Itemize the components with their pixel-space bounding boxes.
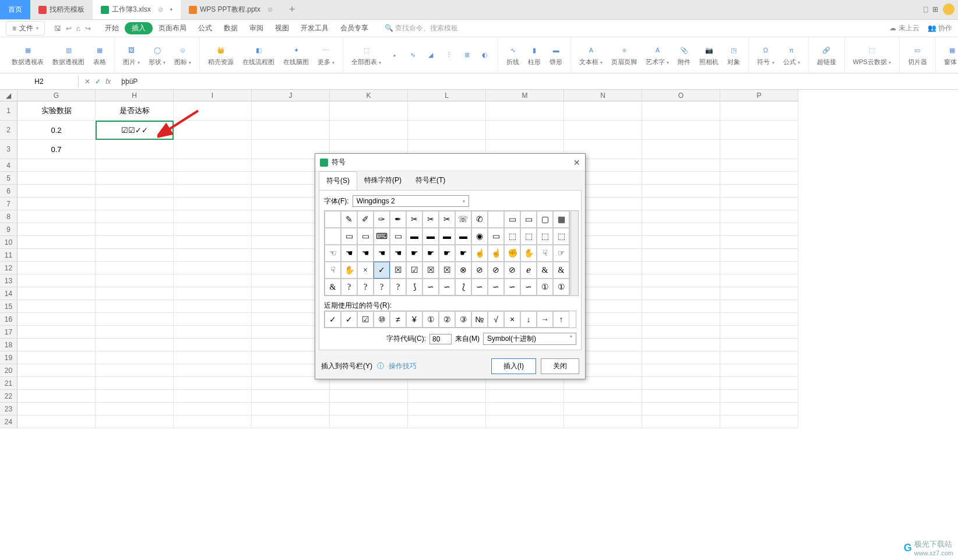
symbol-cell[interactable]: ☚	[374, 245, 390, 262]
cell-H11[interactable]	[96, 249, 174, 262]
symbol-cell[interactable]: ☛	[406, 245, 422, 262]
recent-symbol[interactable]: ↑	[553, 311, 569, 327]
slicer-button[interactable]: ▭切片器	[904, 44, 931, 66]
menu-formula[interactable]: 公式	[192, 23, 218, 33]
cell-G1[interactable]: 实验数据	[17, 101, 96, 121]
cell-M2[interactable]	[486, 121, 564, 140]
mindmap-button[interactable]: ✦在线脑图	[280, 44, 312, 66]
symbol-cell[interactable]	[325, 211, 341, 228]
cell-K24[interactable]	[330, 415, 408, 428]
cell-K1[interactable]	[330, 101, 408, 121]
row-header[interactable]: 1	[0, 101, 17, 121]
symbol-cell[interactable]: ☛	[422, 245, 439, 262]
cell-G22[interactable]	[17, 390, 96, 403]
symbol-cell[interactable]: ?	[390, 279, 406, 295]
cell-O20[interactable]	[642, 364, 720, 377]
cell-P21[interactable]	[720, 377, 798, 390]
col-G[interactable]: G	[17, 90, 96, 101]
symbol-cell[interactable]: ⊘	[504, 262, 520, 279]
symbol-cell[interactable]: ☝	[488, 245, 504, 262]
cell-G4[interactable]	[17, 159, 96, 172]
cell-H7[interactable]	[96, 198, 174, 210]
symbol-cell[interactable]: ✐	[357, 211, 374, 228]
symbol-cell[interactable]: ☒	[439, 262, 455, 279]
cell-I16[interactable]	[174, 313, 252, 326]
cell-O8[interactable]	[642, 210, 720, 223]
tab-bar[interactable]: 符号栏(T)	[408, 171, 452, 190]
row-header[interactable]: 16	[0, 313, 17, 326]
row-header[interactable]: 3	[0, 140, 17, 159]
cell-P13[interactable]	[720, 274, 798, 287]
cell-H16[interactable]	[96, 313, 174, 326]
symbol-cell[interactable]: ∽	[504, 279, 520, 295]
cell-H5[interactable]	[96, 172, 174, 185]
cell-G7[interactable]	[17, 198, 96, 210]
cell-O3[interactable]	[642, 140, 720, 159]
symbol-cell[interactable]: ⟅	[455, 279, 471, 295]
cell-O21[interactable]	[642, 377, 720, 390]
cell-G11[interactable]	[17, 249, 96, 262]
symbol-cell[interactable]: ×	[357, 262, 374, 279]
select-all[interactable]: ◢	[0, 90, 17, 101]
cell-N22[interactable]	[564, 390, 642, 403]
cell-H3[interactable]	[96, 140, 174, 159]
chart-line1[interactable]: ∿	[404, 51, 421, 60]
fx-icon[interactable]: fx	[105, 78, 111, 86]
symbol-cell[interactable]: ⌨	[374, 228, 390, 245]
cell-G13[interactable]	[17, 274, 96, 287]
form-button[interactable]: ▦窗体 ▾	[941, 44, 958, 66]
tab-symbols[interactable]: 符号(S)	[319, 171, 357, 190]
cell-P18[interactable]	[720, 339, 798, 351]
cell-H4[interactable]	[96, 159, 174, 172]
row-header[interactable]: 2	[0, 121, 17, 140]
menu-dev[interactable]: 开发工具	[295, 23, 334, 33]
symbol-cell[interactable]: ▭	[357, 228, 374, 245]
cell-P2[interactable]	[720, 121, 798, 140]
recent-symbol[interactable]: ↓	[520, 311, 537, 327]
cell-H13[interactable]	[96, 274, 174, 287]
cell-H23[interactable]	[96, 403, 174, 415]
symbol-cell[interactable]: ▬	[455, 228, 471, 245]
symbol-cell[interactable]: ⬚	[553, 228, 569, 245]
cell-P15[interactable]	[720, 300, 798, 313]
symbol-cell[interactable]: ▦	[553, 211, 569, 228]
symbol-cell[interactable]: ☛	[439, 245, 455, 262]
camera-button[interactable]: 📷照相机	[696, 44, 722, 66]
cell-I12[interactable]	[174, 262, 252, 274]
col-N[interactable]: N	[564, 90, 642, 101]
template-tab[interactable]: 找稻壳模板	[30, 0, 93, 19]
recent-symbol[interactable]: ⑩	[374, 311, 390, 327]
cell-O12[interactable]	[642, 262, 720, 274]
cell-I4[interactable]	[174, 159, 252, 172]
name-box[interactable]: H2	[0, 76, 79, 87]
cell-O18[interactable]	[642, 339, 720, 351]
cell-G20[interactable]	[17, 364, 96, 377]
view-grid-icon[interactable]: ⎕	[924, 5, 928, 13]
close-icon[interactable]: ✕	[573, 158, 580, 167]
recent-symbol[interactable]: ☑	[357, 311, 374, 327]
symbol-cell[interactable]: ✑	[374, 211, 390, 228]
cell-O9[interactable]	[642, 223, 720, 236]
cell-P6[interactable]	[720, 185, 798, 198]
menu-view[interactable]: 视图	[269, 23, 295, 33]
cell-M24[interactable]	[486, 415, 564, 428]
insert-button[interactable]: 插入(I)	[491, 358, 536, 374]
cell-J24[interactable]	[252, 415, 330, 428]
symbol-button[interactable]: Ω符号 ▾	[753, 44, 777, 66]
chart-scatter[interactable]: ⋮	[441, 51, 457, 60]
symbol-cell[interactable]: ?	[341, 279, 357, 295]
symbol-cell[interactable]: ⊘	[471, 262, 488, 279]
cell-O10[interactable]	[642, 236, 720, 249]
symbol-cell[interactable]: ⊘	[488, 262, 504, 279]
add-tab[interactable]: +	[281, 0, 304, 19]
avatar[interactable]	[943, 3, 955, 15]
cell-G12[interactable]	[17, 262, 96, 274]
qat-redo-icon[interactable]: ↪	[85, 24, 91, 33]
cell-G9[interactable]	[17, 223, 96, 236]
menu-member[interactable]: 会员专享	[334, 23, 374, 33]
cell-G6[interactable]	[17, 185, 96, 198]
textbox-button[interactable]: A文本框 ▾	[576, 44, 606, 66]
col-L[interactable]: L	[408, 90, 486, 101]
cell-I24[interactable]	[174, 415, 252, 428]
cell-I7[interactable]	[174, 198, 252, 210]
